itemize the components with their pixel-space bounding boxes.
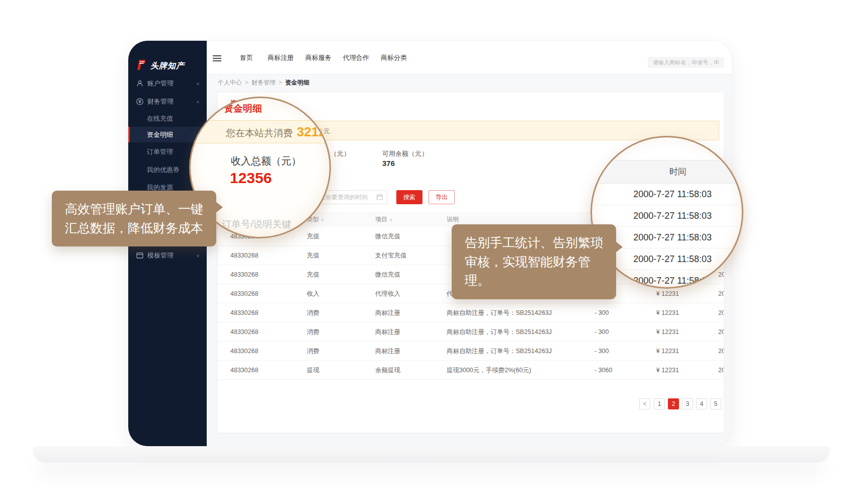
magnified-banner: 您在本站共消费32124	[189, 120, 331, 143]
tooltip-right: 告别手工统计、告别繁琐 审核，实现智能财务管 理。	[452, 224, 616, 299]
chevron-down-icon: ∨	[196, 254, 200, 258]
template-icon	[136, 251, 144, 260]
pagination-page-5[interactable]: 5	[710, 398, 721, 409]
laptop-base	[33, 446, 830, 463]
magnified-order-header: 订单号/说明关键	[222, 218, 291, 231]
breadcrumb-finance[interactable]: 财务管理	[251, 79, 276, 86]
table-row: 48330268 消费 商标注册 商标自助注册，订单号：SB2514263J -…	[218, 342, 724, 361]
sidebar-item-label: 财务管理	[147, 97, 174, 106]
magnified-time: 2000-7-27 11:58:03	[592, 184, 743, 205]
finance-icon	[136, 98, 144, 106]
sidebar-item-recharge[interactable]: 在线充值	[128, 110, 207, 127]
chevron-down-icon: ∨	[196, 81, 200, 86]
magnified-income-label: 收入总额（元）	[231, 154, 301, 168]
sidebar-item-label: 账户管理	[147, 79, 174, 88]
breadcrumb: 个人中心>财务管理>资金明细	[218, 74, 309, 91]
middle-stat-label: （元）	[330, 149, 350, 158]
magnified-time-header: 时间	[592, 160, 743, 184]
sidebar-item-templates[interactable]: 模板管理 ∨	[128, 246, 207, 265]
table-row: 48330268 提现 余额提现 提现3000元，手续费2%(60元) - 30…	[218, 361, 724, 380]
balance-value: 376	[382, 159, 395, 167]
nav-agency[interactable]: 代理合作	[343, 41, 369, 74]
breadcrumb-current: 资金明细	[285, 79, 309, 86]
user-icon	[136, 79, 144, 88]
table-row: 48330268 消费 商标注册 商标自助注册，订单号：SB2514263J -…	[218, 322, 724, 342]
sidebar-item-finance[interactable]: 财务管理 ∧	[128, 93, 207, 111]
nav-tm-category[interactable]: 商标分类	[381, 41, 407, 74]
search-input[interactable]	[648, 57, 724, 68]
logo[interactable]: 头牌知产	[135, 59, 185, 73]
balance-label: 可用余额（元）	[382, 149, 428, 158]
logo-icon	[135, 59, 147, 73]
magnified-income-value: 12356	[230, 170, 272, 187]
col-project[interactable]: 项目∨	[375, 212, 393, 227]
pagination-page-1[interactable]: 1	[654, 398, 665, 409]
pagination-prev[interactable]: <	[639, 398, 650, 409]
breadcrumb-bar: 个人中心>财务管理>资金明细	[207, 74, 732, 91]
nav-home[interactable]: 首页	[240, 41, 253, 74]
table-row: 48330268 消费 商标注册 商标自助注册，订单号：SB2514263J -…	[218, 303, 724, 322]
search-button[interactable]: 搜索	[396, 190, 422, 204]
topbar: 首页 商标注册 商标服务 代理合作 商标分类	[207, 41, 732, 74]
nav-tm-service[interactable]: 商标服务	[305, 41, 331, 74]
chevron-up-icon: ∧	[196, 100, 200, 104]
sidebar-item-account[interactable]: 账户管理 ∨	[128, 74, 207, 93]
pagination-page-2[interactable]: 2	[668, 398, 679, 409]
breadcrumb-home[interactable]: 个人中心	[218, 79, 242, 86]
nav-tm-register[interactable]: 商标注册	[268, 41, 294, 74]
caret-down-icon[interactable]: ∨	[321, 217, 324, 222]
logo-text: 头牌知产	[150, 61, 185, 71]
caret-down-icon[interactable]: ∨	[389, 217, 393, 222]
pagination-page-4[interactable]: 4	[696, 398, 707, 409]
page: 头牌知产 账户管理 ∨ 财务管理 ∧ 在线充值 资金明细	[0, 0, 853, 504]
menu-icon[interactable]	[213, 55, 221, 61]
magnified-time: 2000-7-27 11:58:03	[592, 205, 743, 227]
calendar-icon[interactable]	[376, 194, 383, 201]
pagination-page-3[interactable]: 3	[682, 398, 693, 409]
sidebar-item-label: 模板管理	[147, 251, 174, 260]
export-button[interactable]: 导出	[429, 190, 455, 204]
tooltip-left: 高效管理账户订单、一键 汇总数据，降低财务成本	[52, 191, 216, 246]
